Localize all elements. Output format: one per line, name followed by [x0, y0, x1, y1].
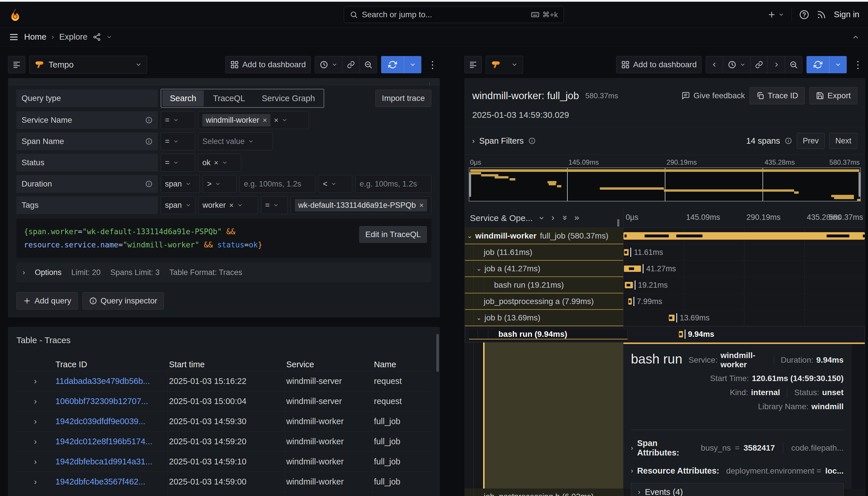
- remove-chip-icon[interactable]: ×: [263, 116, 267, 125]
- span-row[interactable]: bash run (19.21ms)19.21ms: [465, 277, 865, 293]
- expander-chevron-icon[interactable]: ⌄: [476, 314, 481, 322]
- run-query-dropdown[interactable]: [830, 56, 847, 73]
- trace-id-link[interactable]: 1942dbfc4be3567f462...: [54, 472, 168, 492]
- span-row[interactable]: job (11.61ms)11.61ms: [465, 244, 865, 261]
- remove-chip-icon[interactable]: ×: [419, 201, 424, 210]
- trace-id-link[interactable]: 1060bbf732309b12707...: [54, 391, 168, 411]
- span-timeline-cell[interactable]: 9.94ms: [631, 334, 861, 335]
- news-rss-icon[interactable]: [817, 10, 826, 19]
- time-range-button[interactable]: [723, 56, 750, 73]
- trace-id-link[interactable]: 1942dbfebca1d9914a31...: [54, 452, 168, 471]
- status-value-select[interactable]: ok ×: [198, 154, 241, 172]
- minimap-viewport[interactable]: [469, 168, 861, 201]
- clear-icon[interactable]: ×: [274, 116, 278, 125]
- shift-time-forward-button[interactable]: [768, 56, 785, 73]
- row-expander-icon[interactable]: ›: [16, 437, 54, 446]
- run-query-split-button[interactable]: [381, 56, 421, 73]
- span-name-cell[interactable]: ⌄windmill-workerfull_job (580.37ms): [465, 228, 623, 244]
- tab-traceql[interactable]: TraceQL: [205, 90, 253, 106]
- span-name-cell[interactable]: job (11.61ms): [465, 244, 623, 261]
- add-to-dashboard-button[interactable]: Add to dashboard: [616, 56, 701, 73]
- duration-scope-select[interactable]: span: [161, 175, 200, 193]
- expand-all-icon[interactable]: [561, 215, 568, 221]
- run-query-split-button[interactable]: [806, 56, 847, 73]
- span-timeline-cell[interactable]: 13.69ms: [623, 310, 865, 326]
- add-query-button[interactable]: Add query: [16, 292, 78, 310]
- span-filters-row[interactable]: › Span Filters 14 spans Prev Next: [465, 127, 865, 155]
- sign-in-link[interactable]: Sign in: [834, 10, 859, 19]
- run-query-dropdown[interactable]: [404, 56, 421, 73]
- row-expander-icon[interactable]: ›: [16, 417, 54, 426]
- refresh-button[interactable]: [806, 56, 830, 73]
- tags-value-select[interactable]: wk-default-133114d6a91e-PSPQb×: [291, 196, 431, 214]
- span-name-value-select[interactable]: Select value: [198, 133, 273, 150]
- span-row[interactable]: job_postprocessing a (7.99ms)7.99ms: [465, 293, 865, 310]
- status-operator-select[interactable]: =: [161, 154, 195, 172]
- prev-span-button[interactable]: Prev: [797, 133, 825, 149]
- global-search-input[interactable]: Search or jump to... ⌘+k: [344, 6, 564, 23]
- zoom-out-button[interactable]: [785, 56, 802, 73]
- col-name[interactable]: Name: [373, 360, 431, 369]
- tab-search[interactable]: Search: [162, 90, 204, 106]
- span-timeline-cell[interactable]: 41.27ms: [623, 261, 865, 277]
- panel-menu-kebab-icon[interactable]: ⋮: [851, 59, 865, 71]
- span-name-operator-select[interactable]: =: [161, 133, 195, 150]
- time-range-button[interactable]: [315, 56, 342, 73]
- menu-hamburger-icon[interactable]: [9, 32, 19, 42]
- row-expander-icon[interactable]: ›: [16, 457, 54, 466]
- new-menu-button[interactable]: [768, 10, 784, 19]
- remove-icon[interactable]: ×: [229, 201, 234, 210]
- col-start-time[interactable]: Start time: [168, 360, 285, 369]
- span-row[interactable]: ⌄windmill-workerfull_job (580.37ms): [465, 228, 865, 244]
- trace-id-button[interactable]: Trace ID: [749, 87, 805, 104]
- trace-id-link[interactable]: 1942dbf9d9fa6108d0d1...: [54, 492, 168, 496]
- zoom-out-button[interactable]: [359, 56, 377, 73]
- add-to-dashboard-button[interactable]: Add to dashboard: [225, 56, 311, 73]
- service-name-operator-select[interactable]: =: [161, 111, 195, 129]
- duration-min-input[interactable]: e.g. 100ms, 1.2s: [239, 175, 315, 193]
- refresh-button[interactable]: [381, 56, 404, 73]
- chevron-down-icon[interactable]: [106, 34, 112, 40]
- trace-id-link[interactable]: 11dabada33e479db56b...: [54, 371, 168, 391]
- import-trace-button[interactable]: Import trace: [375, 90, 431, 107]
- expander-chevron-icon[interactable]: ⌄: [476, 265, 481, 273]
- tags-key-select[interactable]: worker ×: [198, 196, 258, 214]
- trace-id-link[interactable]: 1942dc039dfdf9e0039...: [54, 412, 168, 431]
- row-expander-icon[interactable]: ›: [16, 397, 54, 406]
- outline-button[interactable]: [8, 56, 25, 73]
- span-attributes-row[interactable]: › Span Attributes: busy_ns = 3582417 cod…: [631, 438, 843, 458]
- resource-attributes-row[interactable]: › Resource Attributes: deployment.enviro…: [631, 466, 843, 476]
- query-inspector-button[interactable]: Query inspector: [82, 292, 164, 310]
- span-timeline-cell[interactable]: [623, 228, 865, 244]
- grafana-logo-icon[interactable]: [9, 7, 22, 22]
- service-name-chip[interactable]: windmill-worker×: [202, 114, 270, 126]
- span-name-cell[interactable]: bash run (9.94ms): [469, 330, 628, 339]
- collapse-one-icon[interactable]: [550, 215, 556, 221]
- link-split-button[interactable]: [342, 56, 359, 73]
- outline-button[interactable]: [464, 56, 482, 73]
- span-timeline-cell[interactable]: 11.61ms: [623, 244, 865, 261]
- datasource-picker[interactable]: Tempo: [29, 56, 147, 74]
- span-timeline-cell[interactable]: 19.21ms: [623, 277, 865, 293]
- tags-operator-select[interactable]: =: [261, 196, 288, 214]
- col-trace-id[interactable]: Trace ID: [54, 360, 168, 369]
- help-icon[interactable]: [799, 10, 809, 19]
- left-pane-scrollbar[interactable]: [436, 334, 439, 372]
- span-duration-bar[interactable]: [623, 232, 865, 240]
- link-split-button[interactable]: [750, 56, 768, 73]
- datasource-picker[interactable]: [486, 56, 523, 74]
- trace-minimap[interactable]: 0μs 145.09ms 290.19ms 435.28ms 580.37ms: [469, 158, 861, 204]
- span-row[interactable]: ⌄job b (13.69ms)13.69ms: [465, 310, 865, 326]
- span-timeline-cell[interactable]: 7.99ms: [623, 293, 865, 310]
- tags-scope-select[interactable]: span: [161, 196, 196, 214]
- collapse-up-icon[interactable]: [852, 33, 859, 41]
- column-resize-handle[interactable]: ∥: [617, 218, 620, 228]
- chevron-down-icon[interactable]: [538, 215, 545, 221]
- service-name-value-select[interactable]: windmill-worker× ×: [198, 111, 309, 129]
- span-name-cell[interactable]: job_postprocessing b (6.02ms): [465, 489, 623, 496]
- row-expander-icon[interactable]: ›: [16, 376, 54, 386]
- breadcrumb-home[interactable]: Home: [24, 32, 46, 42]
- expander-chevron-icon[interactable]: ⌄: [467, 232, 472, 240]
- events-row[interactable]: › Events (4): [631, 483, 843, 496]
- duration-gt-select[interactable]: >: [203, 175, 236, 193]
